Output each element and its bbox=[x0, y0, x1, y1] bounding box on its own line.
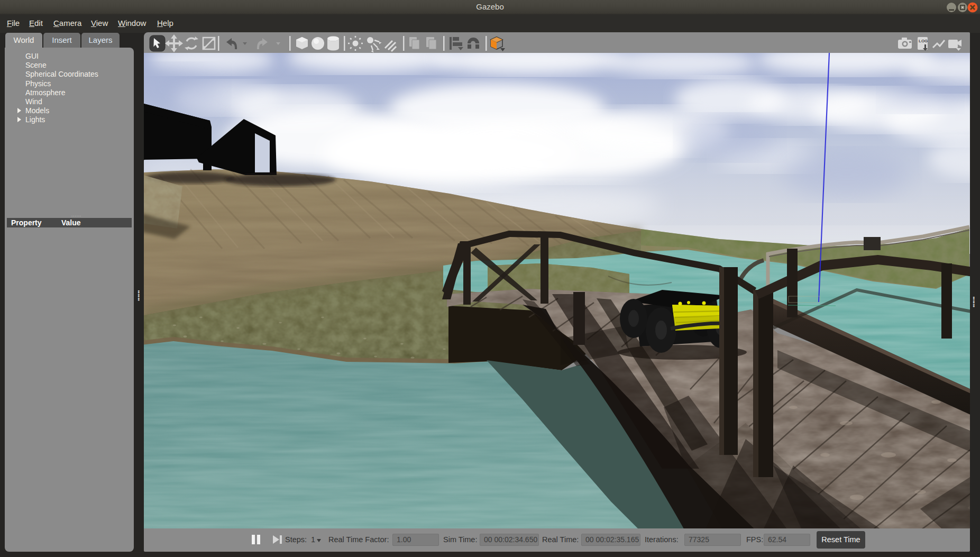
svg-text:LOG: LOG bbox=[919, 39, 928, 43]
